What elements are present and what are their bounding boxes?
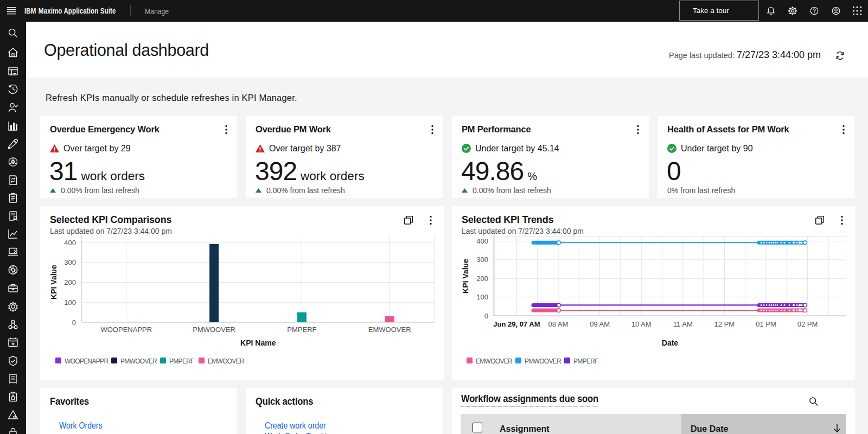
svg-text:10 AM: 10 AM (631, 320, 652, 328)
svg-text:PMPERF: PMPERF (169, 358, 194, 365)
svg-text:PMWOOVER: PMWOOVER (120, 358, 157, 365)
svg-text:PMWOOVER: PMWOOVER (193, 326, 235, 334)
svg-text:400: 400 (476, 237, 488, 245)
svg-text:300: 300 (64, 258, 76, 266)
svg-text:100: 100 (476, 293, 488, 301)
svg-text:11 AM: 11 AM (673, 320, 693, 328)
svg-text:0: 0 (72, 318, 76, 327)
svg-text:Jun 29, 07 AM: Jun 29, 07 AM (493, 320, 540, 328)
svg-text:EMWOOVER: EMWOOVER (368, 326, 411, 334)
svg-text:KPI Name: KPI Name (240, 339, 276, 347)
svg-text:08 AM: 08 AM (548, 320, 569, 328)
svg-text:PMWOOVER: PMWOOVER (525, 358, 561, 365)
svg-text:300: 300 (476, 256, 488, 264)
svg-text:400: 400 (64, 239, 76, 247)
svg-text:12 PM: 12 PM (714, 320, 735, 328)
svg-text:09 AM: 09 AM (590, 320, 610, 328)
svg-text:01 PM: 01 PM (756, 320, 776, 328)
svg-text:200: 200 (64, 278, 76, 286)
svg-text:Date: Date (662, 339, 679, 347)
svg-text:100: 100 (64, 298, 76, 307)
svg-text:EMWOOVER: EMWOOVER (476, 358, 513, 365)
svg-text:KPI Value: KPI Value (49, 265, 58, 299)
svg-text:KPI Value: KPI Value (461, 259, 470, 293)
svg-text:PMPERF: PMPERF (573, 358, 598, 365)
svg-text:0: 0 (484, 312, 488, 320)
svg-text:WOOPENAPPR: WOOPENAPPR (100, 326, 152, 334)
svg-text:200: 200 (476, 275, 488, 283)
svg-text:PMPERF: PMPERF (287, 326, 316, 334)
svg-text:WOOPENAPPR: WOOPENAPPR (65, 358, 108, 365)
svg-text:02 PM: 02 PM (797, 320, 818, 328)
svg-text:EMWOOVER: EMWOOVER (208, 358, 245, 365)
